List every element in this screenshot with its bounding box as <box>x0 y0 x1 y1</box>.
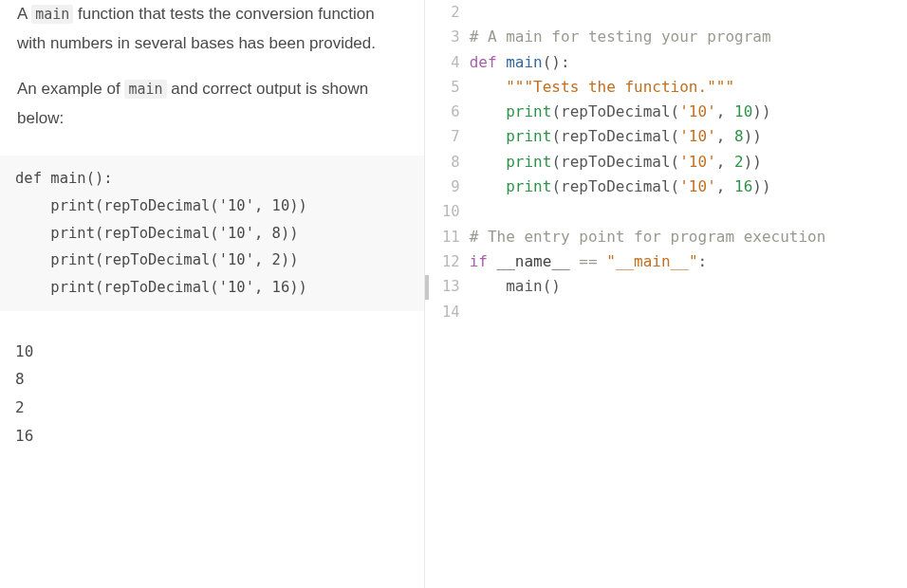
line-number: 11 <box>442 225 460 249</box>
line-number: 12 <box>442 249 460 274</box>
code-token: """Tests the function.""" <box>506 78 734 96</box>
code-token: print <box>506 127 551 145</box>
line-number-gutter: 234567891011121314 <box>425 0 470 588</box>
cursor-indicator <box>425 275 429 300</box>
code-token: , <box>716 177 734 195</box>
code-token: print <box>506 153 551 171</box>
code-token: '10' <box>679 102 716 120</box>
line-number: 13 <box>442 274 460 299</box>
code-line[interactable]: print(repToDecimal('10', 10)) <box>470 100 907 124</box>
line-number: 9 <box>442 175 460 199</box>
code-editor-panel[interactable]: 234567891011121314 # A main for testing … <box>425 0 907 588</box>
code-line[interactable] <box>470 300 907 324</box>
code-line[interactable]: print(repToDecimal('10', 16)) <box>470 175 907 199</box>
example-code-block: def main(): print(repToDecimal('10', 10)… <box>0 156 424 310</box>
code-token: )) <box>752 177 770 195</box>
code-token: )) <box>752 102 770 120</box>
code-token: )) <box>744 127 762 145</box>
instructions-panel: A main function that tests the conversio… <box>0 0 425 588</box>
code-token: (repToDecimal( <box>551 153 679 171</box>
code-line[interactable]: # A main for testing your program <box>470 25 907 49</box>
instructions-text: A main function that tests the conversio… <box>17 0 407 133</box>
example-code: def main(): print(repToDecimal('10', 10)… <box>15 165 424 301</box>
line-number: 8 <box>442 150 460 175</box>
code-content[interactable]: # A main for testing your programdef mai… <box>470 0 907 588</box>
code-line[interactable] <box>470 199 907 224</box>
code-token: 8 <box>734 127 744 145</box>
code-line[interactable] <box>470 0 907 25</box>
code-line[interactable]: print(repToDecimal('10', 8)) <box>470 124 907 149</box>
line-number: 5 <box>442 75 460 100</box>
code-token: 10 <box>734 102 752 120</box>
code-token: '10' <box>679 153 716 171</box>
code-token <box>470 153 507 171</box>
code-token <box>470 78 507 96</box>
code-token: print <box>506 177 551 195</box>
code-token: main() <box>470 277 561 295</box>
line-number: 7 <box>442 124 460 149</box>
code-token: , <box>716 102 734 120</box>
code-token: 16 <box>734 177 752 195</box>
code-line[interactable]: if __name__ == "__main__": <box>470 249 907 274</box>
line-number: 3 <box>442 25 460 49</box>
code-token: (repToDecimal( <box>551 177 679 195</box>
code-token: == <box>579 252 606 270</box>
code-token <box>470 127 507 145</box>
code-editor[interactable]: 234567891011121314 # A main for testing … <box>425 0 907 588</box>
code-token: def <box>470 53 507 71</box>
line-number: 2 <box>442 0 460 25</box>
inline-code-main: main <box>124 80 166 99</box>
code-line[interactable]: main() <box>470 274 907 299</box>
code-token: "__main__" <box>606 252 697 270</box>
text: A <box>17 5 31 23</box>
code-token <box>470 177 507 195</box>
instruction-paragraph-1: A main function that tests the conversio… <box>17 0 407 58</box>
code-token <box>470 102 507 120</box>
code-token: (repToDecimal( <box>551 127 679 145</box>
code-token: (): <box>543 53 570 71</box>
code-line[interactable]: print(repToDecimal('10', 2)) <box>470 150 907 175</box>
code-line[interactable]: """Tests the function.""" <box>470 75 907 100</box>
code-token: (repToDecimal( <box>551 102 679 120</box>
code-token: print <box>506 102 551 120</box>
line-number: 4 <box>442 50 460 75</box>
code-token: __name__ <box>497 252 580 270</box>
code-token: )) <box>744 153 762 171</box>
instruction-paragraph-2: An example of main and correct output is… <box>17 75 407 133</box>
code-token: , <box>716 153 734 171</box>
line-number: 6 <box>442 100 460 124</box>
code-line[interactable]: # The entry point for program execution <box>470 225 907 249</box>
line-number: 14 <box>442 300 460 324</box>
code-token: : <box>698 252 708 270</box>
code-token: main <box>506 53 543 71</box>
code-token: # A main for testing your program <box>470 28 771 46</box>
inline-code-main: main <box>31 5 73 24</box>
code-line[interactable]: def main(): <box>470 50 907 75</box>
code-token: # The entry point for program execution <box>470 228 826 246</box>
text: An example of <box>17 80 124 98</box>
code-token: 2 <box>734 153 744 171</box>
code-token: '10' <box>679 177 716 195</box>
code-token: '10' <box>679 127 716 145</box>
code-token: if <box>470 252 497 270</box>
line-number: 10 <box>442 199 460 224</box>
code-token: , <box>716 127 734 145</box>
example-output: 10 8 2 16 <box>15 338 407 450</box>
